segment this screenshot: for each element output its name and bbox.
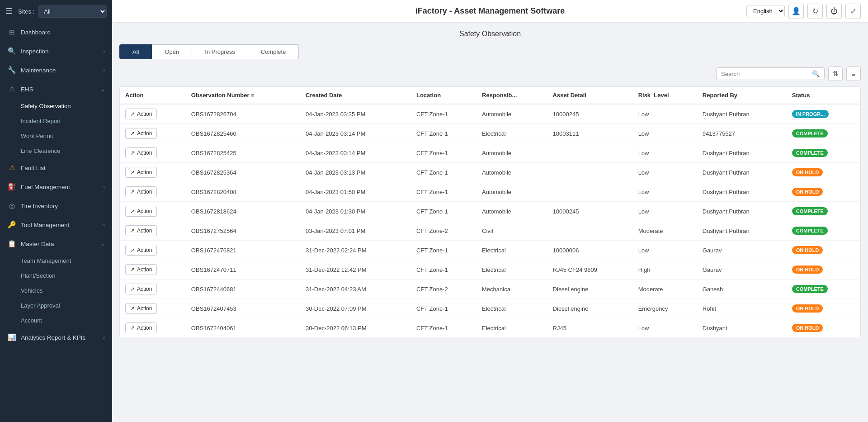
data-table: Action Observation Number ≡ Created Date… bbox=[119, 86, 861, 338]
sidebar-item-dashboard[interactable]: ⊞ Dashboard bbox=[0, 23, 112, 42]
action-button[interactable]: ↗ Action bbox=[125, 206, 157, 217]
ehs-icon: ⚠ bbox=[7, 85, 16, 94]
sidebar-sub-item-incident-report[interactable]: Incident Report bbox=[0, 114, 112, 128]
status-badge: ON HOLD bbox=[792, 304, 823, 313]
status-cell: ON HOLD bbox=[787, 182, 860, 202]
action-button[interactable]: ↗ Action bbox=[125, 245, 157, 256]
expand-button[interactable]: ⤢ bbox=[845, 4, 861, 19]
search-input[interactable] bbox=[721, 71, 809, 77]
action-button[interactable]: ↗ Action bbox=[125, 303, 157, 314]
asset-detail-cell: Diesel engine bbox=[547, 299, 633, 318]
obs-number-cell: OBS1672825425 bbox=[186, 143, 300, 163]
topbar-actions: English 👤 ↻ ⏻ ⤢ bbox=[746, 4, 861, 19]
sidebar: ☰ Sites : All ⊞ Dashboard 🔍 Inspection ›… bbox=[0, 0, 112, 422]
risk-level-cell: Moderate bbox=[633, 221, 697, 241]
sidebar-item-label: Tool Management bbox=[21, 222, 99, 228]
tab-all[interactable]: All bbox=[119, 44, 152, 59]
sidebar-item-tire-inventory[interactable]: ◎ Tire Inventory bbox=[0, 196, 112, 215]
action-cell: ↗ Action bbox=[120, 299, 186, 318]
sidebar-item-label: Master Data bbox=[21, 241, 96, 247]
obs-number-cell: OBS1672476821 bbox=[186, 241, 300, 260]
sidebar-sub-item-work-permit[interactable]: Work Permit bbox=[0, 128, 112, 143]
action-button[interactable]: ↗ Action bbox=[125, 147, 157, 158]
obs-number-cell: OBS1672820408 bbox=[186, 182, 300, 202]
asset-detail-cell: 10000245 bbox=[547, 104, 633, 124]
tab-open[interactable]: Open bbox=[152, 44, 192, 59]
status-cell: ON HOLD bbox=[787, 299, 860, 318]
sort-button[interactable]: ⇅ bbox=[828, 66, 843, 81]
obs-number-cell: OBS1672825460 bbox=[186, 124, 300, 143]
action-button[interactable]: ↗ Action bbox=[125, 128, 157, 139]
action-link-icon: ↗ bbox=[130, 305, 135, 312]
chevron-right-icon: › bbox=[103, 222, 105, 228]
action-link-icon: ↗ bbox=[130, 111, 135, 117]
table-row: ↗ Action OBS1672404061 30-Dec-2022 06:13… bbox=[120, 318, 860, 338]
action-button[interactable]: ↗ Action bbox=[125, 186, 157, 197]
sidebar-item-tool-management[interactable]: 🔑 Tool Management › bbox=[0, 215, 112, 234]
sidebar-item-label: Dashboard bbox=[21, 29, 105, 36]
sidebar-sub-item-safety-observation[interactable]: Safety Observation bbox=[0, 99, 112, 114]
sidebar-sub-item-team-management[interactable]: Team Management bbox=[0, 253, 112, 268]
sidebar-sub-item-account[interactable]: Account bbox=[0, 313, 112, 328]
sites-bar: ☰ Sites : All bbox=[0, 0, 112, 23]
action-button[interactable]: ↗ Action bbox=[125, 225, 157, 236]
sidebar-item-ehs[interactable]: ⚠ EHS ⌄ bbox=[0, 80, 112, 99]
action-button[interactable]: ↗ Action bbox=[125, 284, 157, 294]
responsible-cell: Electrical bbox=[476, 241, 547, 260]
reported-by-cell: Gaurav bbox=[697, 260, 787, 280]
col-asset-detail: Asset Detail bbox=[547, 87, 633, 104]
status-cell: ON HOLD bbox=[787, 260, 860, 280]
sidebar-item-fault-list[interactable]: ⚠ Fault List bbox=[0, 158, 112, 177]
action-button[interactable]: ↗ Action bbox=[125, 167, 157, 178]
sidebar-item-inspection[interactable]: 🔍 Inspection › bbox=[0, 42, 112, 61]
status-cell: ON HOLD bbox=[787, 163, 860, 182]
created-date-cell: 04-Jan-2023 03:14 PM bbox=[300, 143, 411, 163]
obs-number-cell: OBS1672440681 bbox=[186, 280, 300, 299]
obs-number-cell: OBS1672752564 bbox=[186, 221, 300, 241]
location-cell: CFT Zone-1 bbox=[411, 163, 476, 182]
action-link-icon: ↗ bbox=[130, 169, 135, 175]
search-icon: 🔍 bbox=[812, 70, 820, 77]
refresh-button[interactable]: ↻ bbox=[807, 4, 823, 19]
sidebar-item-maintenance[interactable]: 🔧 Maintenance › bbox=[0, 61, 112, 80]
sidebar-item-analytics[interactable]: 📊 Analytics Report & KPIs › bbox=[0, 328, 112, 347]
power-button[interactable]: ⏻ bbox=[826, 4, 842, 19]
sidebar-sub-item-plant-section[interactable]: Plant/Section bbox=[0, 268, 112, 283]
action-link-icon: ↗ bbox=[130, 130, 135, 137]
asset-detail-cell: Diesel engine bbox=[547, 280, 633, 299]
master-data-icon: 📋 bbox=[7, 239, 16, 248]
sidebar-sub-item-vehicles[interactable]: Vehicles bbox=[0, 283, 112, 298]
status-badge: COMPLETE bbox=[792, 207, 828, 215]
asset-detail-cell bbox=[547, 182, 633, 202]
action-cell: ↗ Action bbox=[120, 124, 186, 143]
status-cell: ON HOLD bbox=[787, 318, 860, 338]
user-icon-button[interactable]: 👤 bbox=[788, 4, 804, 19]
hamburger-icon[interactable]: ☰ bbox=[5, 6, 13, 16]
action-cell: ↗ Action bbox=[120, 163, 186, 182]
table-row: ↗ Action OBS1672820408 04-Jan-2023 01:50… bbox=[120, 182, 860, 202]
filter-button[interactable]: ≡ bbox=[846, 66, 861, 81]
sidebar-item-fuel-management[interactable]: ⛽ Fuel Management › bbox=[0, 177, 112, 196]
col-obs-number: Observation Number ≡ bbox=[186, 87, 300, 104]
reported-by-cell: Gaurav bbox=[697, 241, 787, 260]
created-date-cell: 31-Dec-2022 12:42 PM bbox=[300, 260, 411, 280]
sidebar-item-label: Fault List bbox=[21, 165, 105, 171]
language-dropdown[interactable]: English bbox=[746, 5, 785, 17]
action-button[interactable]: ↗ Action bbox=[125, 264, 157, 275]
sidebar-item-label: Maintenance bbox=[21, 67, 99, 74]
action-cell: ↗ Action bbox=[120, 221, 186, 241]
reported-by-cell: Dushyant Puthran bbox=[697, 182, 787, 202]
risk-level-cell: Low bbox=[633, 318, 697, 338]
table-row: ↗ Action OBS1672440681 31-Dec-2022 04:23… bbox=[120, 280, 860, 299]
sidebar-sub-item-line-clearence[interactable]: Line Clearence bbox=[0, 143, 112, 158]
sidebar-sub-item-layer-approval[interactable]: Layer Approval bbox=[0, 298, 112, 313]
chevron-right-icon: › bbox=[103, 67, 105, 73]
sites-dropdown[interactable]: All bbox=[38, 5, 107, 18]
action-link-icon: ↗ bbox=[130, 228, 135, 234]
tab-complete[interactable]: Complete bbox=[248, 44, 299, 59]
tab-in-progress[interactable]: In Progress bbox=[192, 44, 248, 59]
sidebar-item-master-data[interactable]: 📋 Master Data ⌄ bbox=[0, 234, 112, 253]
asset-detail-cell: RJ45 bbox=[547, 318, 633, 338]
action-button[interactable]: ↗ Action bbox=[125, 109, 157, 119]
action-button[interactable]: ↗ Action bbox=[125, 322, 157, 333]
